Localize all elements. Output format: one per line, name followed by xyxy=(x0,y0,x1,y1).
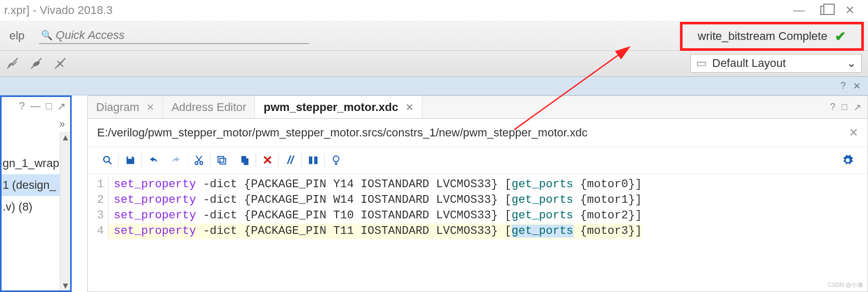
layout-icon: ▭ xyxy=(696,57,707,70)
svg-point-10 xyxy=(333,156,339,162)
svg-rect-9 xyxy=(314,157,317,164)
code-line: 4set_property -dict {PACKAGE_PIN T11 IOS… xyxy=(88,224,867,239)
path-close-icon[interactable]: ✕ xyxy=(849,126,858,140)
window-titlebar: r.xpr] - Vivado 2018.3 — ✕ xyxy=(0,0,868,21)
comment-icon[interactable]: // xyxy=(280,152,301,168)
tab-popout-icon[interactable]: ↗ xyxy=(853,102,861,113)
paste-icon[interactable] xyxy=(234,152,255,168)
columns-icon[interactable] xyxy=(303,152,324,168)
code-area[interactable]: 1set_property -dict {PACKAGE_PIN Y14 IOS… xyxy=(88,174,867,239)
sub-toolbar: ? ✕ xyxy=(0,77,868,95)
cut-icon[interactable] xyxy=(189,152,209,168)
tab-close-icon[interactable]: ✕ xyxy=(406,102,413,113)
panel-help-icon[interactable]: ? xyxy=(19,100,25,113)
svg-rect-8 xyxy=(309,157,312,164)
scrollbar[interactable]: ▴ ▾ xyxy=(60,132,70,290)
code-line: 3set_property -dict {PACKAGE_PIN T10 IOS… xyxy=(88,208,867,224)
tab-diagram[interactable]: Diagram ✕ xyxy=(88,96,163,118)
search-input[interactable] xyxy=(56,29,307,42)
tab-maximize-icon[interactable]: □ xyxy=(842,102,847,113)
layout-label: Default Layout xyxy=(712,57,786,70)
editor-toolbar: ✕ // xyxy=(88,147,867,174)
tree-item[interactable]: 1 (design_ xyxy=(2,174,60,196)
panel-maximize-icon[interactable]: □ xyxy=(46,100,52,113)
svg-rect-4 xyxy=(220,158,225,164)
maximize-icon[interactable] xyxy=(820,6,830,15)
quick-access-search[interactable]: 🔍 xyxy=(39,27,309,44)
layout-selector[interactable]: ▭ Default Layout ⌄ xyxy=(690,54,862,73)
tab-label: Address Editor xyxy=(171,101,246,114)
copy-icon[interactable] xyxy=(211,152,232,168)
tabs: Diagram ✕ Address Editor pwm_stepper_mot… xyxy=(88,96,867,119)
bulb-icon[interactable] xyxy=(326,152,346,168)
minimize-icon[interactable]: — xyxy=(793,4,805,17)
panel-popout-icon[interactable]: ↗ xyxy=(57,100,66,113)
left-panel: ? — □ ↗ » gn_1_wrap 1 (design_ .v) (8) ▴… xyxy=(0,95,72,292)
main-area: ? — □ ↗ » gn_1_wrap 1 (design_ .v) (8) ▴… xyxy=(0,95,868,292)
undo-icon[interactable] xyxy=(143,152,164,168)
menu-help[interactable]: elp xyxy=(4,29,30,43)
status-text: write_bitstream Complete xyxy=(698,30,827,43)
tree-area: gn_1_wrap 1 (design_ .v) (8) xyxy=(2,132,60,290)
svg-point-3 xyxy=(200,162,203,165)
find-icon[interactable] xyxy=(97,152,118,168)
svg-point-0 xyxy=(32,60,41,67)
file-path: E:/verilog/pwm_stepper_motor/pwm_stepper… xyxy=(97,126,587,140)
svg-rect-5 xyxy=(218,157,224,162)
chevron-down-icon: ⌄ xyxy=(847,57,856,70)
window-title: r.xpr] - Vivado 2018.3 xyxy=(3,4,793,17)
gear-icon[interactable] xyxy=(837,152,858,168)
expand-row[interactable]: » xyxy=(2,116,70,132)
main-toolbar: ▭ Default Layout ⌄ xyxy=(0,51,868,77)
svg-rect-7 xyxy=(244,158,248,165)
tab-close-icon[interactable]: ✕ xyxy=(146,102,154,113)
file-path-row: E:/verilog/pwm_stepper_motor/pwm_stepper… xyxy=(88,119,867,147)
save-icon[interactable] xyxy=(120,152,141,168)
scroll-down-icon[interactable]: ▾ xyxy=(60,280,70,290)
tab-label: Diagram xyxy=(96,101,139,114)
tab-help-icon[interactable]: ? xyxy=(830,102,835,113)
code-line: 1set_property -dict {PACKAGE_PIN Y14 IOS… xyxy=(88,177,867,192)
watermark: CSDN @小澜 xyxy=(828,281,863,289)
close-panel-icon[interactable]: ✕ xyxy=(853,80,861,92)
svg-point-2 xyxy=(195,162,198,165)
tree-item[interactable]: gn_1_wrap xyxy=(2,152,60,174)
panel-minimize-icon[interactable]: — xyxy=(30,100,41,113)
help-icon[interactable]: ? xyxy=(840,80,846,91)
panel-controls: ? — □ ↗ xyxy=(2,97,70,116)
tree-item[interactable]: .v) (8) xyxy=(2,196,60,218)
check-icon: ✔ xyxy=(835,29,846,45)
toolbar-icon-1[interactable] xyxy=(6,58,19,70)
toolbar-icon-2[interactable] xyxy=(30,58,43,70)
redo-icon[interactable] xyxy=(166,152,186,168)
tab-label: pwm_stepper_motor.xdc xyxy=(263,101,398,114)
svg-point-1 xyxy=(104,157,110,162)
delete-icon[interactable]: ✕ xyxy=(257,152,278,168)
tab-xdc[interactable]: pwm_stepper_motor.xdc ✕ xyxy=(255,96,422,118)
window-controls: — ✕ xyxy=(793,4,865,17)
scroll-up-icon[interactable]: ▴ xyxy=(60,132,70,142)
close-icon[interactable]: ✕ xyxy=(845,4,854,17)
toolbar-icon-3[interactable] xyxy=(54,58,66,70)
editor-panel: Diagram ✕ Address Editor pwm_stepper_mot… xyxy=(87,95,868,292)
status-box: write_bitstream Complete ✔ xyxy=(680,22,864,51)
search-icon: 🔍 xyxy=(41,30,52,41)
code-line: 2set_property -dict {PACKAGE_PIN W14 IOS… xyxy=(88,192,867,208)
tab-address-editor[interactable]: Address Editor xyxy=(163,96,255,118)
